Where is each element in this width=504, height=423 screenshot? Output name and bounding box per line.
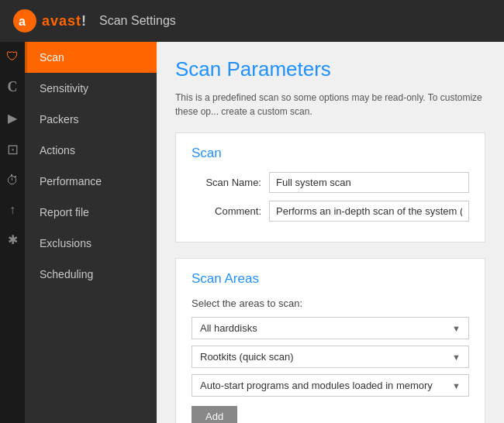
- dropdown-rootkits-text: Rootkits (quick scan): [200, 351, 452, 363]
- strip-icon-bug[interactable]: ✱: [8, 232, 18, 247]
- strip-icon-c[interactable]: C: [8, 79, 18, 95]
- sidebar-item-packers[interactable]: Packers: [25, 104, 157, 135]
- comment-row: Comment:: [192, 201, 469, 222]
- sidebar-item-scheduling[interactable]: Scheduling: [25, 259, 157, 290]
- dropdown-autostart-text: Auto-start programs and modules loaded i…: [200, 380, 452, 391]
- strip-icon-clock[interactable]: ⏱: [6, 174, 19, 187]
- info-text: This is a predefined scan so some option…: [175, 91, 485, 119]
- sidebar: Scan Sensitivity Packers Actions Perform…: [25, 42, 157, 423]
- comment-label: Comment:: [192, 205, 269, 217]
- sidebar-item-sensitivity[interactable]: Sensitivity: [25, 73, 157, 104]
- sidebar-item-performance[interactable]: Performance: [25, 166, 157, 197]
- dropdown-autostart-arrow: ▼: [452, 381, 461, 390]
- main-layout: 🛡 C ▶ ⊡ ⏱ ↑ ✱ Scan Sensitivity Packers A…: [0, 42, 504, 423]
- scan-section-title: Scan: [192, 146, 469, 161]
- scan-areas-title: Scan Areas: [192, 271, 469, 287]
- topbar-title: Scan Settings: [99, 14, 176, 28]
- logo-text: avast!: [42, 13, 87, 29]
- dropdown-rootkits-arrow: ▼: [452, 352, 461, 362]
- sidebar-item-scan[interactable]: Scan: [25, 42, 157, 73]
- dropdown-harddisks-arrow: ▼: [452, 324, 461, 333]
- dropdown-autostart[interactable]: Auto-start programs and modules loaded i…: [192, 374, 469, 397]
- comment-input[interactable]: [269, 201, 469, 222]
- strip-icon-bracket[interactable]: ⊡: [7, 141, 19, 158]
- scan-areas-section: Scan Areas Select the areas to scan: All…: [175, 258, 485, 423]
- strip-icon-shield[interactable]: 🛡: [6, 50, 19, 64]
- strip-icon-arrow[interactable]: ▶: [8, 111, 17, 126]
- icon-strip: 🛡 C ▶ ⊡ ⏱ ↑ ✱: [0, 42, 25, 423]
- strip-icon-chart[interactable]: ↑: [9, 203, 16, 217]
- add-button[interactable]: Add: [192, 406, 237, 423]
- scan-name-row: Scan Name:: [192, 172, 469, 193]
- top-bar: a avast! Scan Settings: [0, 0, 504, 42]
- sidebar-item-report-file[interactable]: Report file: [25, 197, 157, 228]
- dropdown-harddisks[interactable]: All harddisks ▼: [192, 317, 469, 339]
- page-title: Scan Parameters: [175, 57, 485, 81]
- scan-section: Scan Scan Name: Comment:: [175, 132, 485, 242]
- svg-text:a: a: [19, 15, 26, 28]
- select-areas-label: Select the areas to scan:: [192, 297, 469, 309]
- scan-name-input[interactable]: [269, 172, 469, 193]
- sidebar-item-actions[interactable]: Actions: [25, 135, 157, 166]
- avast-logo-icon: a: [12, 9, 37, 33]
- content-area: Scan Parameters This is a predefined sca…: [157, 42, 504, 423]
- scan-name-label: Scan Name:: [192, 177, 269, 188]
- avast-logo: a avast!: [12, 9, 87, 33]
- sidebar-item-exclusions[interactable]: Exclusions: [25, 228, 157, 259]
- dropdown-harddisks-text: All harddisks: [200, 322, 452, 334]
- dropdown-rootkits[interactable]: Rootkits (quick scan) ▼: [192, 346, 469, 368]
